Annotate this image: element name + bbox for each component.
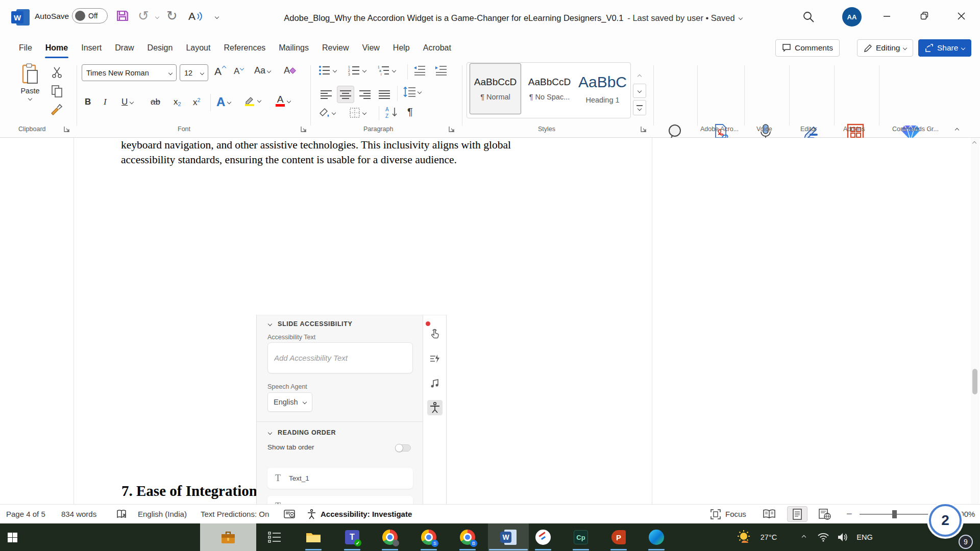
search-icon[interactable] — [802, 10, 815, 23]
word-count[interactable]: 834 words — [61, 505, 96, 523]
grow-font-button[interactable]: A — [214, 65, 226, 78]
subscript-button[interactable]: x2 — [174, 97, 181, 107]
volume-icon[interactable] — [834, 523, 851, 551]
tab-references[interactable]: References — [217, 36, 272, 60]
proofing-errors-icon[interactable] — [116, 505, 128, 523]
zoom-out-button[interactable]: − — [846, 505, 852, 523]
word-logo-icon[interactable]: W — [11, 8, 30, 27]
comments-button[interactable]: Comments — [775, 39, 840, 57]
taskbar-app-explorer[interactable] — [301, 523, 326, 551]
decrease-indent-button[interactable] — [413, 65, 426, 76]
title-chevron-icon[interactable] — [738, 16, 742, 20]
tab-mailings[interactable]: Mailings — [272, 36, 315, 60]
styles-scroll-up[interactable] — [633, 69, 646, 84]
start-button[interactable] — [0, 523, 24, 551]
screen-reader-check-icon[interactable] — [284, 505, 296, 523]
accessibility-status[interactable]: Accessibility: Investigate — [307, 505, 412, 523]
underline-button[interactable]: U — [121, 97, 133, 107]
superscript-button[interactable]: x2 — [193, 97, 201, 108]
minimize-button[interactable] — [875, 0, 898, 32]
clear-formatting-button[interactable]: A — [284, 65, 295, 76]
taskbar-app-chrome-1[interactable] — [378, 523, 402, 551]
styles-scroll-down[interactable] — [633, 84, 646, 98]
taskbar-app-chrome-3[interactable]: B — [455, 523, 480, 551]
accessibility-text-input[interactable] — [267, 342, 413, 373]
shrink-font-button[interactable]: A — [234, 66, 243, 77]
restore-button[interactable] — [913, 0, 936, 32]
notification-count-badge[interactable]: 9 — [959, 535, 973, 549]
web-layout-button[interactable] — [819, 505, 831, 523]
save-icon[interactable] — [115, 9, 130, 23]
format-painter-icon[interactable] — [50, 103, 63, 116]
tab-layout[interactable]: Layout — [179, 36, 217, 60]
tab-help[interactable]: Help — [386, 36, 416, 60]
taskbar-app-edge[interactable] — [644, 523, 669, 551]
copy-icon[interactable] — [51, 85, 63, 98]
speech-agent-select[interactable]: English — [267, 392, 312, 412]
tab-file[interactable]: File — [12, 36, 39, 60]
taskbar-app-taskview[interactable] — [262, 523, 287, 551]
shading-button[interactable] — [318, 107, 335, 118]
taskbar-app-circle[interactable] — [531, 523, 555, 551]
input-language[interactable]: ENG — [853, 523, 876, 551]
network-icon[interactable] — [815, 523, 832, 551]
taskbar-app-teams[interactable]: T ✓ — [340, 523, 364, 551]
actions-icon[interactable] — [427, 351, 443, 366]
slide-accessibility-header[interactable]: SLIDE ACCESSIBILITY — [268, 320, 352, 328]
sort-button[interactable]: AZ — [385, 106, 398, 118]
zoom-slider-track[interactable] — [860, 514, 935, 515]
reading-order-item-text1[interactable]: T Text_1 — [267, 468, 413, 489]
document-canvas[interactable]: keyboard navigation, and other assistive… — [0, 138, 980, 504]
scroll-up-arrow-icon[interactable] — [972, 141, 976, 145]
language-indicator[interactable]: English (India) — [138, 505, 187, 523]
bullets-button[interactable] — [318, 65, 336, 76]
tab-review[interactable]: Review — [315, 36, 355, 60]
audio-music-icon[interactable] — [427, 376, 443, 391]
undo-menu-chevron-icon[interactable] — [155, 15, 159, 19]
zoom-slider-thumb[interactable] — [892, 510, 897, 518]
align-right-button[interactable] — [357, 87, 373, 102]
tab-view[interactable]: View — [355, 36, 386, 60]
taskbar-app-word-active[interactable]: W — [488, 523, 529, 551]
align-center-button[interactable] — [337, 86, 354, 103]
paste-button[interactable]: Paste — [15, 63, 45, 120]
align-left-button[interactable] — [318, 87, 334, 102]
account-avatar[interactable]: AA — [842, 7, 862, 27]
taskbar-app-briefcase[interactable] — [200, 523, 256, 551]
read-mode-button[interactable] — [763, 505, 776, 523]
taskbar-app-powerpoint[interactable]: P — [606, 523, 631, 551]
editing-mode-button[interactable]: Editing — [857, 39, 913, 57]
style-normal[interactable]: AaBbCcD¶ Normal — [470, 63, 521, 114]
text-highlight-button[interactable] — [244, 95, 261, 106]
share-button[interactable]: Share — [918, 39, 971, 57]
focus-mode-button[interactable]: Focus — [710, 505, 746, 523]
borders-button[interactable] — [349, 107, 366, 118]
scrollbar-thumb[interactable] — [972, 369, 977, 394]
multilevel-list-button[interactable]: 1ai — [378, 65, 396, 76]
cut-icon[interactable] — [51, 66, 63, 79]
print-layout-button[interactable] — [787, 506, 807, 522]
tab-insert[interactable]: Insert — [75, 36, 108, 60]
clipboard-dialog-launcher-icon[interactable] — [63, 126, 70, 133]
style-no-spacing[interactable]: AaBbCcD¶ No Spac... — [524, 63, 575, 114]
font-size-combo[interactable]: 12 — [180, 64, 208, 81]
tab-home[interactable]: Home — [39, 36, 75, 60]
taskbar-app-chrome-2[interactable]: S — [416, 523, 441, 551]
tab-design[interactable]: Design — [141, 36, 180, 60]
tab-draw[interactable]: Draw — [108, 36, 140, 60]
bold-button[interactable]: B — [85, 97, 91, 107]
styles-more-button[interactable] — [633, 100, 646, 115]
italic-button[interactable]: I — [104, 97, 107, 107]
weather-icon[interactable] — [734, 523, 754, 551]
font-color-button[interactable]: A — [276, 95, 290, 107]
text-predictions[interactable]: Text Predictions: On — [201, 505, 269, 523]
styles-dialog-launcher-icon[interactable] — [640, 126, 647, 133]
change-case-button[interactable]: Aa — [254, 65, 271, 76]
strikethrough-button[interactable]: ab — [151, 97, 160, 107]
quick-access-toolbar-chevron-icon[interactable] — [215, 15, 219, 19]
reading-order-header[interactable]: READING ORDER — [268, 429, 336, 436]
read-aloud-icon[interactable]: A — [188, 10, 203, 22]
increase-indent-button[interactable] — [435, 65, 447, 76]
accessibility-panel-icon[interactable] — [427, 400, 443, 415]
undo-icon[interactable]: ↺ — [138, 8, 149, 24]
